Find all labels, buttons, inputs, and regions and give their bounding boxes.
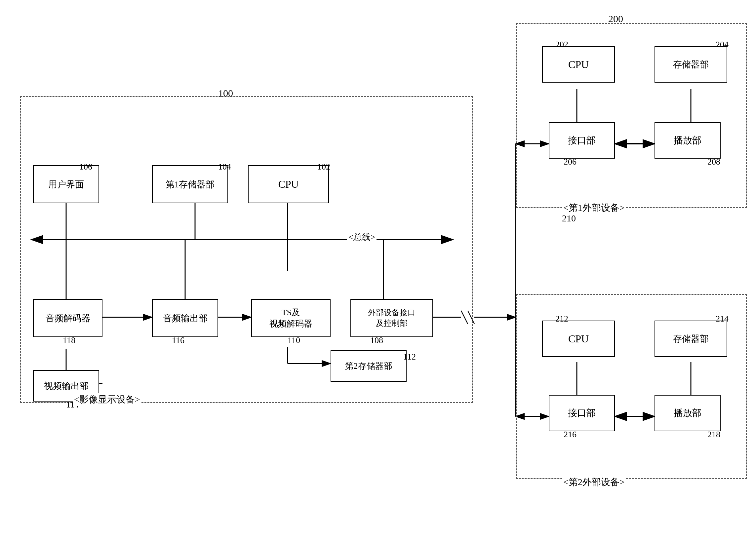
cpu-202-label: CPU (568, 59, 589, 71)
ref-112: 112 (403, 352, 416, 362)
ref-106: 106 (79, 162, 92, 172)
audio-out-116-block: 音频输出部 (152, 299, 218, 337)
ref-210: 210 (562, 213, 576, 224)
playback-218-block: 播放部 (654, 395, 721, 431)
ref-110: 110 (288, 335, 300, 345)
ref-208: 208 (707, 157, 720, 167)
ref-204: 204 (716, 40, 729, 50)
ref-218: 218 (707, 430, 720, 439)
ext-iface-108-block: 外部设备接口 及控制部 (351, 299, 433, 337)
ts-decoder-110-block: TS及 视频解码器 (251, 299, 331, 337)
ref-216: 216 (564, 430, 576, 439)
ref-202: 202 (555, 40, 568, 50)
iface-216-block: 接口部 (549, 395, 615, 431)
audio-out-116-label: 音频输出部 (163, 312, 208, 324)
ui-106-label: 用户界面 (48, 179, 84, 190)
ref-206: 206 (564, 157, 576, 167)
ref-100: 100 (218, 88, 233, 99)
ref-108: 108 (370, 335, 383, 345)
ext-device-1-label: <第1外部设备> (562, 202, 626, 214)
cpu-102-label: CPU (278, 178, 299, 190)
cpu-212-label: CPU (568, 333, 589, 345)
storage-204-label: 存储器部 (673, 59, 709, 70)
cpu-212-block: CPU (542, 320, 615, 357)
ref-104: 104 (218, 162, 231, 172)
storage-214-label: 存储器部 (673, 333, 709, 345)
ref-214: 214 (716, 314, 729, 324)
iface-206-label: 接口部 (568, 134, 596, 147)
iface-216-label: 接口部 (568, 407, 596, 419)
video-out-114-label: 视频输出部 (44, 380, 89, 392)
playback-208-label: 播放部 (674, 134, 701, 147)
ts-decoder-110-label: TS及 视频解码器 (270, 307, 313, 329)
storage-204-block: 存储器部 (654, 46, 727, 83)
audio-dec-118-block: 音频解码器 (33, 299, 103, 337)
storage2-112-block: 第2存储器部 (331, 350, 406, 382)
bus-label: <总线> (347, 231, 377, 243)
cpu-202-block: CPU (542, 46, 615, 83)
ref-116: 116 (172, 335, 185, 345)
audio-dec-118-label: 音频解码器 (46, 312, 90, 324)
storage2-112-label: 第2存储器部 (345, 360, 392, 372)
ref-212: 212 (555, 314, 568, 324)
ext-device-2-label: <第2外部设备> (562, 476, 626, 488)
cpu-102-block: CPU (248, 165, 329, 203)
storage1-104-block: 第1存储器部 (152, 165, 228, 203)
ref-102: 102 (317, 162, 330, 172)
image-display-label: <影像显示设备> (73, 393, 142, 406)
ref-118: 118 (63, 335, 75, 345)
iface-206-block: 接口部 (549, 122, 615, 159)
ref-200: 200 (608, 13, 623, 24)
storage1-104-label: 第1存储器部 (166, 179, 215, 190)
ext-iface-108-label: 外部设备接口 及控制部 (368, 308, 415, 328)
storage-214-block: 存储器部 (654, 320, 727, 357)
playback-208-block: 播放部 (654, 122, 721, 159)
diagram: 100 CPU 102 第1存储器部 104 用户界面 106 外部设备接口 及… (0, 0, 756, 541)
playback-218-label: 播放部 (674, 407, 701, 419)
